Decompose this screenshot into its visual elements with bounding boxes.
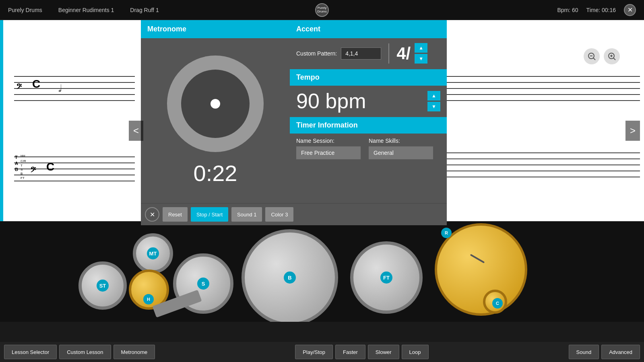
accent-header: Accent [290,20,447,38]
advanced-button[interactable]: Advanced [601,345,640,359]
bottom-right-controls: Sound Advanced [569,345,640,359]
skills-label: Name Skills: [369,138,433,144]
cymbal-ride[interactable]: R [435,223,527,316]
skills-input[interactable] [369,146,433,159]
drum-st[interactable]: ST [78,261,127,310]
accent-arrows: ▲ ▼ [415,43,427,64]
app-logo: Purely Drums [315,3,329,17]
zoom-controls [584,48,620,64]
staff-svg-left: 𝄢 C 𝅗𝅥 T A B HH C/R [6,20,139,213]
nav-right-button[interactable]: > [625,121,640,141]
main-area: 𝄢 C 𝅗𝅥 T A B HH C/R [0,20,644,342]
cymbal-crash[interactable]: C [483,290,507,314]
left-accent-bar [0,20,3,221]
cymbal-r-label: R [441,228,452,238]
tempo-down-button[interactable]: ▼ [427,102,440,111]
drum-s-label: S [197,278,209,290]
top-logo: Purely Drums [315,3,329,17]
bottom-center-controls: Play/Stop Faster Slower Loop [295,345,428,359]
stop-start-button[interactable]: Stop / Start [191,207,228,222]
faster-button[interactable]: Faster [335,345,365,359]
play-stop-button[interactable]: Play/Stop [295,345,333,359]
svg-line-28 [613,58,615,60]
tempo-body: 90 bpm ▲ ▼ [290,86,447,116]
accent-body: Custom Pattern: 4/ ▲ ▼ [290,38,447,68]
session-label: Name Session: [296,138,361,144]
content-area: 𝄢 C 𝅗𝅥 T A B HH C/R [0,20,644,221]
metronome-dot [211,99,220,109]
sound-button[interactable]: Sound [569,345,599,359]
drum-mt[interactable]: MT [133,233,173,274]
drum-mt-label: MT [147,247,159,259]
lesson-selector-button[interactable]: Lesson Selector [4,345,57,359]
accent-divider [388,43,389,64]
sheet-inner-left: 𝄢 C 𝅗𝅥 T A B HH C/R [6,20,141,221]
metronome-circle-outer [167,56,264,152]
loop-button[interactable]: Loop [402,345,429,359]
session-input[interactable] [296,146,361,159]
svg-text:C: C [32,78,40,90]
svg-line-25 [593,58,595,60]
timer-info-header: Timer Information [290,117,447,134]
session-field: Name Session: [296,138,361,159]
timer-info-panel: Timer Information Name Session: Name Ski… [290,117,447,163]
custom-lesson-button[interactable]: Custom Lesson [59,345,111,359]
reset-button[interactable]: Reset [163,207,188,222]
metronome-panel: Metronome 0:22 [141,20,290,203]
time-display: Time: 00:16 [586,7,616,13]
svg-text:C: C [46,160,54,173]
drum-bass[interactable]: B [242,229,338,322]
drum-st-label: ST [97,280,109,292]
stick-mark [470,254,485,263]
top-bar: Purely Drums Beginner Rudiments 1 Drag R… [0,0,644,20]
accent-fraction: 4/ [396,44,411,63]
slower-button[interactable]: Slower [368,345,399,359]
top-bar-right: Bpm: 60 Time: 00:16 ✕ [557,4,636,16]
right-panels: Accent Custom Pattern: 4/ ▲ ▼ [290,20,447,203]
metronome-circle-inner [181,70,250,138]
svg-text:S: S [21,168,23,171]
tempo-up-button[interactable]: ▲ [427,91,440,101]
timer-info-body: Name Session: Name Skills: [290,134,447,163]
svg-text:B: B [15,167,18,172]
svg-text:T: T [21,164,23,167]
cymbal-c-label: C [492,298,503,309]
svg-text:𝅗𝅥: 𝅗𝅥 [58,84,61,92]
svg-text:FT: FT [21,176,25,180]
svg-text:C/R: C/R [21,159,26,163]
drum-kit-area: MT ST S B FT H R C [0,221,644,322]
cymbal-hh-label: H [143,294,154,304]
accent-up-button[interactable]: ▲ [415,43,427,53]
lesson-name: Beginner Rudiments 1 [58,7,114,13]
tempo-panel: Tempo 90 bpm ▲ ▼ [290,69,447,116]
skills-field: Name Skills: [369,138,433,159]
drum-ft-label: FT [380,272,392,284]
top-bar-left: Purely Drums Beginner Rudiments 1 Drag R… [8,7,159,13]
close-top-button[interactable]: ✕ [624,4,636,16]
tempo-arrows: ▲ ▼ [427,91,440,111]
drum-floor-tom[interactable]: FT [350,241,423,314]
zoom-in-icon [607,52,616,61]
svg-text:T: T [15,155,18,160]
nav-left-button[interactable]: < [129,121,143,141]
metronome-button[interactable]: Metronome [114,345,155,359]
metronome-time-display: 0:22 [194,160,237,186]
bottom-bar: Lesson Selector Custom Lesson Metronome … [0,342,644,362]
zoom-in-button[interactable] [604,48,620,64]
zoom-out-icon [587,52,596,61]
sound1-button[interactable]: Sound 1 [231,207,262,222]
svg-text:𝄢: 𝄢 [30,166,36,176]
app-name: Purely Drums [8,7,42,13]
modal-close-button[interactable]: ✕ [145,207,159,222]
lesson-item: Drag Ruff 1 [130,7,159,13]
metronome-modal: Metronome 0:22 [141,20,447,225]
custom-pattern-input[interactable] [341,47,381,60]
color3-button[interactable]: Color 3 [265,207,293,222]
bottom-left-controls: Lesson Selector Custom Lesson Metronome [4,345,155,359]
zoom-out-button[interactable] [584,48,600,64]
drum-b-label: B [284,272,296,284]
metronome-header: Metronome [141,20,290,38]
accent-down-button[interactable]: ▼ [415,54,427,64]
modal-top: Metronome 0:22 [141,20,447,203]
sheet-music-left: 𝄢 C 𝅗𝅥 T A B HH C/R [0,20,141,221]
